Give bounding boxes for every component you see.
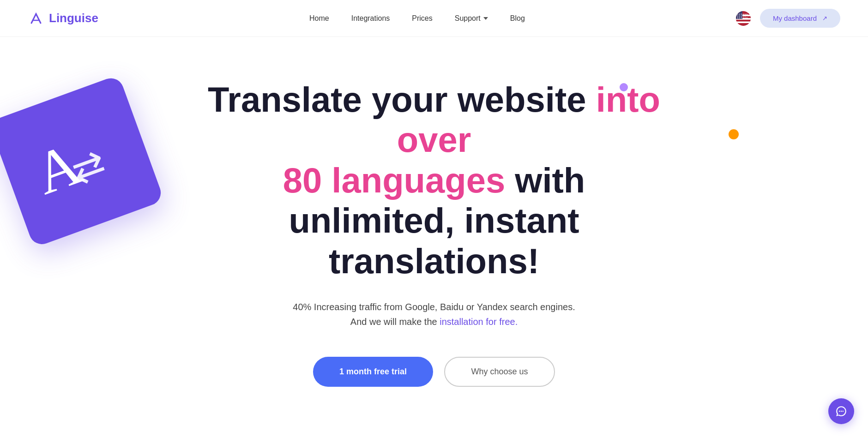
logo-text: Linguise xyxy=(49,11,98,25)
svg-text:★★★★★★: ★★★★★★ xyxy=(737,17,748,19)
hero-content: Translate your website into over 80 lang… xyxy=(180,79,688,387)
chat-icon xyxy=(835,405,847,417)
chevron-down-icon xyxy=(483,17,488,20)
svg-rect-6 xyxy=(736,19,751,21)
dot-orange-decoration xyxy=(729,129,739,139)
cta-buttons: 1 month free trial Why choose us xyxy=(180,357,688,387)
nav-links: Home Integrations Prices Support Blog xyxy=(309,14,525,23)
nav-home[interactable]: Home xyxy=(309,14,329,23)
language-flag[interactable]: ★★★★★★ ★★★★★ ★★★★★★ xyxy=(736,11,751,26)
dashboard-button[interactable]: My dashboard ↗ xyxy=(760,9,840,28)
navbar: Linguise Home Integrations Prices Suppor… xyxy=(0,0,868,37)
installation-link[interactable]: installation for free. xyxy=(440,317,518,327)
svg-point-19 xyxy=(842,411,844,412)
svg-point-18 xyxy=(841,411,842,412)
translate-symbol: A ⇄ xyxy=(19,108,133,214)
nav-prices[interactable]: Prices xyxy=(412,14,432,23)
why-choose-us-button[interactable]: Why choose us xyxy=(444,357,555,387)
logo-icon xyxy=(28,10,44,27)
highlight-80-languages: 80 languages xyxy=(283,161,506,200)
nav-support[interactable]: Support xyxy=(455,14,488,23)
logo[interactable]: Linguise xyxy=(28,10,98,27)
chat-bubble[interactable] xyxy=(828,398,854,424)
nav-integrations[interactable]: Integrations xyxy=(351,14,390,23)
nav-right: ★★★★★★ ★★★★★ ★★★★★★ My dashboard ↗ xyxy=(736,9,840,28)
translate-card: A ⇄ xyxy=(0,75,164,248)
nav-blog[interactable]: Blog xyxy=(510,14,525,23)
free-trial-button[interactable]: 1 month free trial xyxy=(313,357,433,387)
hero-title: Translate your website into over 80 lang… xyxy=(180,79,688,281)
hero-section: A ⇄ Translate your website into over 80 … xyxy=(0,37,868,438)
translate-icon-wrapper: A ⇄ xyxy=(0,72,178,261)
hero-subtitle: 40% Increasing traffic from Google, Baid… xyxy=(180,300,688,329)
svg-point-17 xyxy=(839,411,840,412)
svg-rect-7 xyxy=(736,21,751,23)
external-link-icon: ↗ xyxy=(822,15,827,22)
svg-rect-8 xyxy=(736,23,751,25)
